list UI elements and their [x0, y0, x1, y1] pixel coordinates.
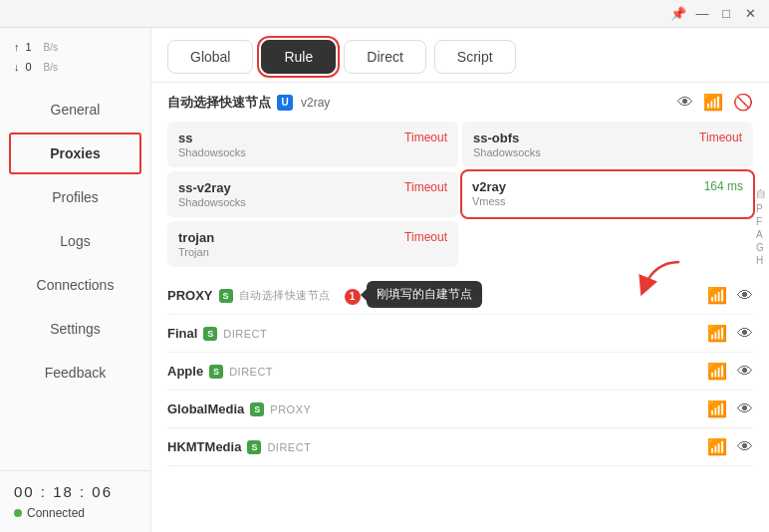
proxy-card-ss-v2ray[interactable]: ss-v2ray Shadowsocks Timeout — [167, 171, 458, 217]
proxy-name-trojan: trojan — [178, 230, 214, 245]
download-arrow-icon: ↓ — [14, 58, 20, 78]
tab-direct[interactable]: Direct — [344, 40, 426, 74]
sidebar-item-connections[interactable]: Connections — [0, 263, 150, 307]
wifi-icon-apple[interactable]: 📶 — [707, 362, 727, 381]
tooltip-bubble: 刚填写的自建节点 — [367, 281, 482, 308]
proxy-type-ss: Shadowsocks — [178, 146, 246, 158]
wifi-icon-globalmedia[interactable]: 📶 — [707, 399, 727, 418]
right-letter-index: 自 P F A G H — [756, 187, 769, 266]
rule-icons-proxy: 📶 👁 — [707, 286, 753, 305]
upload-arrow-icon: ↑ — [14, 38, 20, 58]
sidebar-item-feedback[interactable]: Feedback — [0, 351, 150, 395]
connected-status: Connected — [14, 506, 136, 520]
download-num: 0 — [26, 58, 38, 78]
rule-target-globalmedia: PROXY — [270, 403, 311, 415]
rule-name-proxy: PROXY — [167, 288, 213, 303]
letter-a[interactable]: A — [756, 229, 766, 240]
rule-name-globalmedia: GlobalMedia — [167, 401, 244, 416]
proxy-status-ss-obfs: Timeout — [699, 131, 742, 144]
rule-icons-apple: 📶 👁 — [707, 362, 753, 381]
proxy-type-ss-obfs: Shadowsocks — [473, 146, 541, 158]
wifi-icon[interactable]: 📶 — [703, 93, 723, 112]
wifi-icon-proxy[interactable]: 📶 — [707, 286, 727, 305]
sidebar: ↑ 1 B/s ↓ 0 B/s General Proxies Profiles… — [0, 28, 151, 532]
main-layout: ↑ 1 B/s ↓ 0 B/s General Proxies Profiles… — [0, 28, 769, 532]
block-icon[interactable]: 🚫 — [733, 93, 753, 112]
letter-g[interactable]: G — [756, 242, 766, 253]
rule-badge-proxy: S — [219, 289, 233, 303]
rule-target-hkmtmedia: DIRECT — [267, 441, 311, 453]
tooltip-text: 刚填写的自建节点 — [377, 287, 472, 301]
rule-target-proxy: 自动选择快速节点 — [239, 288, 331, 303]
group-title: 自动选择快速节点 — [167, 94, 271, 112]
sidebar-item-proxies[interactable]: Proxies — [8, 132, 142, 175]
eye-icon[interactable]: 👁 — [677, 94, 693, 112]
proxy-card-ss-obfs[interactable]: ss-obfs Shadowsocks Timeout — [462, 122, 753, 167]
minimize-button[interactable]: — — [691, 3, 713, 25]
proxy-card-v2ray[interactable]: v2ray Vmess 164 ms — [462, 171, 753, 217]
rule-name-apple: Apple — [167, 364, 203, 379]
tooltip-badge: 1 — [345, 289, 361, 305]
rule-name-final: Final — [167, 326, 197, 341]
upload-unit: B/s — [44, 39, 58, 57]
sidebar-item-logs[interactable]: Logs — [0, 219, 150, 263]
eye-icon-proxy[interactable]: 👁 — [737, 287, 753, 305]
eye-icon-apple[interactable]: 👁 — [737, 363, 753, 381]
connected-label: Connected — [27, 506, 85, 520]
proxy-grid: ss Shadowsocks Timeout ss-obfs Shadowsoc… — [151, 118, 769, 277]
content-area: Global Rule Direct Script 自动选择快速节点 U v2r… — [151, 28, 769, 532]
rule-target-final: DIRECT — [223, 328, 267, 340]
letter-f[interactable]: F — [756, 216, 766, 227]
group-subtitle: v2ray — [301, 96, 330, 110]
time-display: 00 : 18 : 06 — [14, 483, 136, 500]
connected-dot-icon — [14, 509, 22, 517]
rule-badge-final: S — [203, 327, 217, 341]
wifi-icon-hkmtmedia[interactable]: 📶 — [707, 437, 727, 456]
rule-row-globalmedia: GlobalMedia S PROXY 📶 👁 — [167, 391, 753, 428]
letter-zi[interactable]: 自 — [756, 187, 766, 201]
pin-button[interactable]: 📌 — [667, 3, 689, 25]
eye-icon-hkmtmedia[interactable]: 👁 — [737, 438, 753, 456]
rule-badge-apple: S — [209, 365, 223, 379]
rule-target-apple: DIRECT — [229, 366, 273, 378]
proxy-card-ss[interactable]: ss Shadowsocks Timeout — [167, 122, 458, 167]
letter-h[interactable]: H — [756, 255, 766, 266]
rule-badge-hkmtmedia: S — [247, 440, 261, 454]
sidebar-item-settings[interactable]: Settings — [0, 307, 150, 351]
sidebar-item-general[interactable]: General — [0, 88, 150, 132]
rule-icons-hkmtmedia: 📶 👁 — [707, 437, 753, 456]
letter-p[interactable]: P — [756, 203, 766, 214]
proxy-status-trojan: Timeout — [404, 230, 447, 244]
sidebar-bottom: 00 : 18 : 06 Connected — [0, 470, 150, 532]
rule-row-proxy: PROXY S 自动选择快速节点 1 刚填写的自建节点 📶 👁 — [167, 277, 753, 315]
sidebar-item-profiles[interactable]: Profiles — [0, 175, 150, 219]
rule-row-hkmtmedia: HKMTMedia S DIRECT 📶 👁 — [167, 428, 753, 466]
rule-list: PROXY S 自动选择快速节点 1 刚填写的自建节点 📶 👁 — [151, 277, 769, 466]
upload-num: 1 — [26, 38, 38, 58]
titlebar: 📌 — □ ✕ — [0, 0, 769, 28]
maximize-button[interactable]: □ — [715, 3, 737, 25]
eye-icon-final[interactable]: 👁 — [737, 325, 753, 343]
tab-global[interactable]: Global — [167, 40, 253, 74]
tooltip-arrow-icon — [361, 289, 367, 301]
rule-icons-globalmedia: 📶 👁 — [707, 399, 753, 418]
traffic-info: ↑ 1 B/s ↓ 0 B/s — [0, 28, 150, 84]
tabs-bar: Global Rule Direct Script — [151, 28, 769, 83]
eye-icon-globalmedia[interactable]: 👁 — [737, 400, 753, 418]
rule-name-hkmtmedia: HKMTMedia — [167, 439, 241, 454]
proxy-name-v2ray: v2ray — [472, 179, 506, 194]
nav-items: General Proxies Profiles Logs Connection… — [0, 84, 150, 470]
download-unit: B/s — [44, 59, 58, 77]
proxy-card-trojan[interactable]: trojan Trojan Timeout — [167, 221, 458, 267]
group-header: 自动选择快速节点 U v2ray 👁 📶 🚫 — [151, 83, 769, 118]
tab-rule[interactable]: Rule — [261, 40, 336, 74]
close-button[interactable]: ✕ — [739, 3, 761, 25]
group-icons: 👁 📶 🚫 — [677, 93, 753, 112]
rule-badge-globalmedia: S — [250, 402, 264, 416]
wifi-icon-final[interactable]: 📶 — [707, 324, 727, 343]
proxy-status-v2ray: 164 ms — [704, 179, 743, 193]
proxy-content: 自动选择快速节点 U v2ray 👁 📶 🚫 ss Shadowsocks — [151, 83, 769, 532]
proxy-status-ss-v2ray: Timeout — [404, 180, 447, 194]
tab-script[interactable]: Script — [434, 40, 516, 74]
rule-row-final: Final S DIRECT 📶 👁 — [167, 315, 753, 353]
